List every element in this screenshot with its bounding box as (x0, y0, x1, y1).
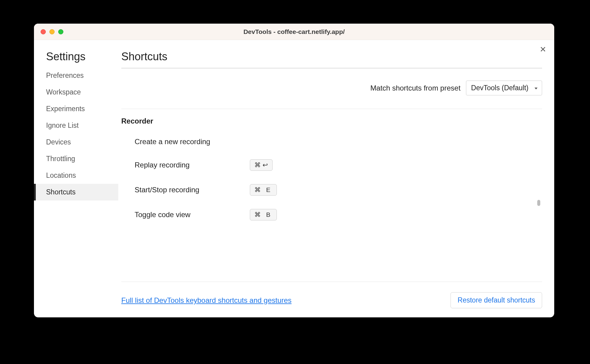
sidebar-item-shortcuts[interactable]: Shortcuts (34, 184, 118, 200)
sidebar-title: Settings (34, 50, 118, 67)
full-list-link[interactable]: Full list of DevTools keyboard shortcuts… (121, 296, 292, 305)
shortcut-label: Toggle code view (135, 210, 250, 219)
scrollbar-thumb[interactable] (537, 200, 540, 206)
main-panel: Shortcuts Match shortcuts from preset De… (118, 40, 554, 317)
titlebar: DevTools - coffee-cart.netlify.app/ (34, 24, 554, 40)
shortcuts-section: Recorder Create a new recording Replay r… (121, 109, 542, 279)
shortcut-key: ⌘ B (250, 209, 277, 220)
shortcut-row[interactable]: Toggle code view ⌘ B (121, 202, 535, 227)
shortcut-row[interactable]: Start/Stop recording ⌘ E (121, 177, 535, 202)
sidebar-item-devices[interactable]: Devices (34, 134, 118, 151)
content-area: ✕ Settings Preferences Workspace Experim… (34, 40, 554, 317)
sidebar-item-preferences[interactable]: Preferences (34, 67, 118, 84)
devtools-window: DevTools - coffee-cart.netlify.app/ ✕ Se… (34, 24, 554, 317)
sidebar: Settings Preferences Workspace Experimen… (34, 40, 118, 317)
sidebar-item-locations[interactable]: Locations (34, 167, 118, 184)
sidebar-list: Preferences Workspace Experiments Ignore… (34, 67, 118, 200)
preset-label: Match shortcuts from preset (370, 84, 460, 92)
footer: Full list of DevTools keyboard shortcuts… (121, 282, 542, 317)
close-icon[interactable]: ✕ (540, 45, 546, 53)
shortcut-label: Replay recording (135, 161, 250, 169)
shortcut-row[interactable]: Create a new recording (121, 131, 535, 153)
section-title-recorder: Recorder (121, 109, 535, 131)
minimize-window-button[interactable] (49, 29, 55, 34)
traffic-lights (41, 29, 63, 34)
window-title: DevTools - coffee-cart.netlify.app/ (34, 28, 554, 35)
preset-select-value: DevTools (Default) (471, 84, 528, 92)
sidebar-item-workspace[interactable]: Workspace (34, 84, 118, 101)
sidebar-item-ignore-list[interactable]: Ignore List (34, 117, 118, 134)
restore-defaults-button[interactable]: Restore default shortcuts (451, 292, 542, 308)
sidebar-item-throttling[interactable]: Throttling (34, 151, 118, 167)
shortcut-label: Start/Stop recording (135, 186, 250, 194)
shortcut-label: Create a new recording (135, 137, 250, 146)
close-window-button[interactable] (41, 29, 46, 34)
shortcut-key: ⌘↩ (250, 159, 273, 171)
shortcut-row[interactable]: Replay recording ⌘↩ (121, 153, 535, 177)
maximize-window-button[interactable] (58, 29, 63, 34)
preset-select[interactable]: DevTools (Default) (466, 81, 542, 95)
page-title: Shortcuts (121, 50, 542, 68)
sidebar-item-experiments[interactable]: Experiments (34, 101, 118, 117)
scrollbar[interactable] (537, 109, 541, 279)
shortcut-key: ⌘ E (250, 184, 277, 196)
preset-row: Match shortcuts from preset DevTools (De… (121, 81, 542, 95)
